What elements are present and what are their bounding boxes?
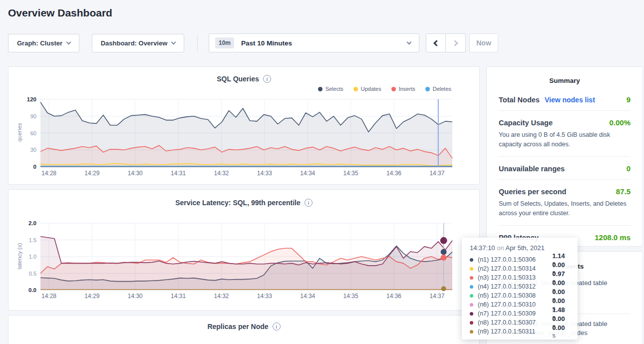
node-address: (n9) 127.0.0.1:50311 (478, 328, 552, 335)
updates-dot-icon (353, 87, 358, 91)
chevron-right-icon (452, 40, 458, 46)
svg-text:14:32: 14:32 (214, 293, 229, 300)
node-address: (n8) 127.0.0.1:50307 (478, 319, 552, 326)
overview-dashboard-page: Overview Dashboard Graph: Cluster Dashbo… (0, 0, 644, 344)
service-latency-title: Service Latency: SQL, 99th percentile (175, 199, 301, 207)
p99-latency-value: 1208.0 ms (595, 233, 631, 242)
replicas-per-node-title: Replicas per Node (207, 323, 268, 331)
node-color-dot-icon (470, 267, 473, 271)
now-button-disabled[interactable]: Now (469, 33, 498, 52)
node-address: (n6) 127.0.0.1:50310 (478, 301, 552, 308)
prev-time-button[interactable] (426, 33, 446, 52)
tooltip-timestamp: 14:37:10 on Apr 5th, 2021 (470, 244, 570, 252)
sql-queries-card: SQL Queries i Selects Updates Inserts De… (8, 66, 480, 185)
sql-y-axis-label: queries (16, 102, 22, 162)
svg-text:14:30: 14:30 (128, 293, 143, 300)
svg-text:14:28: 14:28 (41, 293, 56, 300)
svg-text:14:35: 14:35 (343, 293, 358, 300)
svg-text:14:35: 14:35 (343, 170, 358, 177)
svg-text:90: 90 (30, 113, 36, 119)
inserts-dot-icon (391, 87, 396, 91)
chevron-left-icon (433, 40, 440, 46)
time-range-badge: 10m (215, 37, 234, 48)
summary-row-unavailable: Unavailable ranges 0 (499, 157, 631, 180)
node-address: (n7) 127.0.0.1:50309 (478, 310, 552, 317)
graph-dropdown-label: Graph: Cluster (17, 39, 62, 47)
svg-text:0: 0 (33, 164, 36, 170)
legend-item-inserts[interactable]: Inserts (391, 86, 415, 92)
svg-text:14:37: 14:37 (429, 293, 444, 300)
chart-hover-tooltip: 14:37:10 on Apr 5th, 2021 (n1) 127.0.0.1… (462, 238, 578, 340)
qps-value: 87.5 (616, 187, 631, 196)
svg-text:14:31: 14:31 (171, 170, 186, 177)
svg-text:1.5: 1.5 (29, 237, 36, 243)
svg-text:14:33: 14:33 (257, 170, 272, 177)
summary-row-qps: Queries per second 87.5 Sum of Selects, … (499, 180, 631, 226)
chevron-down-icon (66, 40, 71, 45)
chevron-down-icon (171, 40, 176, 45)
time-step-arrows (426, 33, 466, 52)
svg-text:30: 30 (30, 147, 36, 153)
time-range-label: Past 10 Minutes (241, 39, 292, 47)
node-color-dot-icon (470, 330, 473, 334)
summary-panel: Summary Total Nodes View nodes list 9 Ca… (486, 66, 643, 247)
time-range-dropdown[interactable]: 10m Past 10 Minutes (209, 33, 419, 52)
summary-row-total-nodes: Total Nodes View nodes list 9 (499, 84, 631, 111)
svg-text:14:32: 14:32 (214, 170, 229, 177)
toolbar-divider (197, 35, 198, 51)
capacity-usage-label: Capacity Usage (499, 119, 553, 127)
svg-text:2.0: 2.0 (28, 220, 36, 226)
svg-text:14:34: 14:34 (300, 293, 315, 300)
sql-queries-title: SQL Queries (217, 75, 259, 83)
info-icon[interactable]: i (305, 199, 313, 207)
svg-text:1.0: 1.0 (29, 254, 36, 260)
latency-y-axis-label: latency (s) (16, 226, 22, 286)
svg-text:14:36: 14:36 (386, 170, 401, 177)
svg-text:14:31: 14:31 (171, 293, 186, 300)
svg-text:14:34: 14:34 (300, 170, 315, 177)
node-latency-value: 0.00 s (552, 324, 570, 339)
svg-text:14:28: 14:28 (41, 170, 56, 177)
total-nodes-value: 9 (627, 95, 631, 104)
page-title: Overview Dashboard (8, 7, 112, 19)
tooltip-node-row: (n9) 127.0.0.1:503110.00 s (470, 327, 570, 336)
svg-text:14:29: 14:29 (84, 170, 99, 177)
selects-dot-icon (318, 87, 322, 91)
info-icon[interactable]: i (263, 75, 271, 83)
qps-desc: Sum of Selects, Updates, Inserts, and De… (499, 199, 631, 219)
legend-item-deletes[interactable]: Deletes (425, 86, 451, 92)
service-latency-chart[interactable]: 0.00.51.01.52.014:2814:2914:3014:3114:32… (23, 217, 463, 303)
node-color-dot-icon (470, 312, 473, 316)
sql-queries-chart[interactable]: 030609012014:2814:2914:3014:3114:3214:33… (23, 93, 463, 179)
svg-text:60: 60 (30, 130, 36, 136)
summary-row-capacity: Capacity Usage 0.00% You are using 0 B o… (499, 111, 631, 157)
dashboard-dropdown[interactable]: Dashboard: Overview (92, 34, 184, 52)
node-color-dot-icon (470, 294, 473, 298)
legend-item-selects[interactable]: Selects (318, 86, 343, 92)
total-nodes-label: Total Nodes (499, 96, 540, 104)
node-color-dot-icon (470, 258, 473, 262)
graph-dropdown[interactable]: Graph: Cluster (8, 34, 79, 52)
tooltip-rows: (n1) 127.0.0.1:503061.14 s(n2) 127.0.0.1… (470, 255, 570, 336)
svg-text:120: 120 (27, 96, 36, 102)
service-latency-card: Service Latency: SQL, 99th percentile i … (8, 189, 480, 311)
unavailable-ranges-value: 0 (627, 164, 631, 173)
sql-queries-legend: Selects Updates Inserts Deletes (318, 86, 451, 92)
info-icon[interactable]: i (273, 323, 281, 331)
svg-text:14:37: 14:37 (429, 170, 444, 177)
node-address: (n1) 127.0.0.1:50306 (478, 256, 552, 263)
capacity-usage-desc: You are using 0 B of 4.5 GiB usable disk… (499, 130, 631, 150)
next-time-button-disabled[interactable] (446, 33, 466, 52)
svg-text:14:30: 14:30 (128, 170, 143, 177)
node-color-dot-icon (470, 276, 473, 280)
legend-item-updates[interactable]: Updates (353, 86, 381, 92)
chevron-down-icon (407, 39, 412, 44)
view-nodes-list-link[interactable]: View nodes list (545, 96, 595, 104)
node-address: (n5) 127.0.0.1:50308 (478, 292, 552, 299)
node-color-dot-icon (470, 285, 473, 289)
svg-text:14:29: 14:29 (84, 293, 99, 300)
unavailable-ranges-label: Unavailable ranges (499, 165, 565, 173)
node-address: (n3) 127.0.0.1:50313 (478, 274, 552, 281)
replicas-per-node-card: Replicas per Node i (8, 315, 480, 344)
node-address: (n2) 127.0.0.1:50314 (478, 265, 552, 272)
